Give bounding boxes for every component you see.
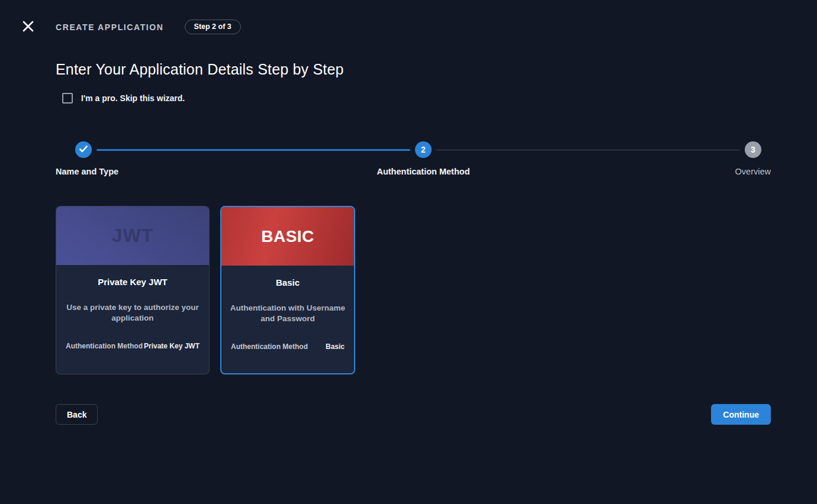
close-icon [22, 21, 34, 34]
dialog-title: CREATE APPLICATION [56, 22, 164, 32]
step-indicator-name-and-type [75, 141, 92, 158]
card-attributes-row: Authentication Method Basic [231, 343, 345, 351]
close-button[interactable] [21, 21, 34, 34]
wizard-stepper: 2 3 Name and Type Authentication Method … [56, 141, 771, 177]
attribute-label: Authentication Method [66, 342, 143, 350]
skip-wizard-label: I'm a pro. Skip this wizard. [81, 93, 185, 103]
wizard-topbar: CREATE APPLICATION Step 2 of 3 [0, 0, 817, 34]
attribute-value: Private Key JWT [144, 342, 200, 350]
step-indicator-authentication-method: 2 [415, 141, 432, 158]
continue-button[interactable]: Continue [711, 404, 771, 425]
step-badge: Step 2 of 3 [185, 20, 241, 35]
step-label-overview: Overview [735, 167, 771, 176]
step-label-authentication-method: Authentication Method [305, 167, 542, 176]
check-icon [79, 145, 88, 154]
skip-wizard-checkbox[interactable] [62, 93, 73, 104]
card-title: Basic [221, 277, 354, 287]
auth-method-card-private-key-jwt[interactable]: JWT Private Key JWT Use a private key to… [56, 206, 210, 374]
card-attributes-row: Authentication Method Private Key JWT [66, 342, 200, 350]
card-header-basic: BASIC [221, 207, 354, 266]
step-label-name-and-type: Name and Type [56, 167, 118, 176]
step-indicator-overview: 3 [745, 141, 761, 158]
page-title: Enter Your Application Details Step by S… [56, 61, 771, 78]
stepper-line-upcoming [436, 150, 740, 150]
card-description: Authentication with Username and Passwor… [230, 303, 346, 324]
back-button[interactable]: Back [56, 404, 98, 425]
attribute-value: Basic [326, 343, 345, 351]
auth-method-card-basic[interactable]: BASIC Basic Authentication with Username… [220, 206, 355, 374]
stepper-line-completed [97, 149, 410, 151]
attribute-label: Authentication Method [231, 343, 308, 351]
step-number: 3 [751, 145, 755, 154]
card-header-jwt: JWT [56, 206, 209, 265]
skip-wizard-checkbox-row[interactable]: I'm a pro. Skip this wizard. [62, 93, 771, 104]
step-number: 2 [421, 145, 426, 154]
card-title: Private Key JWT [56, 277, 209, 287]
card-description: Use a private key to authorize your appl… [65, 302, 201, 323]
auth-method-card-list: JWT Private Key JWT Use a private key to… [56, 206, 771, 374]
wizard-footer: Back Continue [56, 404, 771, 425]
